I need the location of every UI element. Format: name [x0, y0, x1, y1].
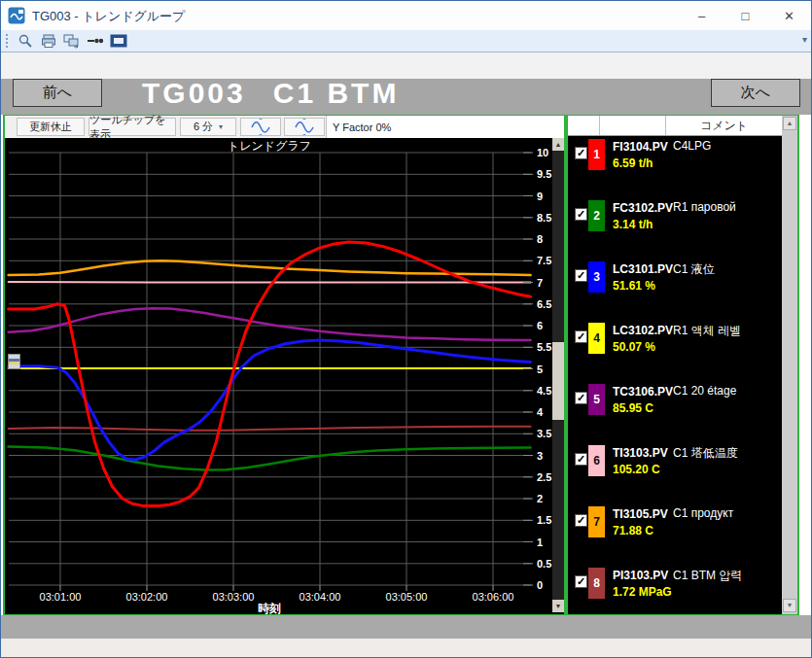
legend-row: ✓2FC3102.PVR1 паровой3.14 t/h	[568, 198, 782, 260]
y-tick-label: 3	[537, 450, 543, 462]
series-checkbox[interactable]: ✓	[575, 147, 587, 159]
series-checkbox[interactable]: ✓	[575, 208, 587, 221]
chart-scrollbar-thumb[interactable]	[552, 342, 564, 420]
y-tick-label: 7	[537, 277, 543, 289]
legend-header-tag-col	[600, 116, 666, 135]
maximize-button[interactable]: □	[724, 1, 767, 30]
close-button[interactable]: ✕	[767, 1, 811, 30]
series-tag: FI3104.PV	[613, 140, 668, 154]
y-tick-label: 4.5	[537, 385, 551, 397]
series-color-chip: 7	[588, 506, 605, 537]
legend-row: ✓5TC3106.PVC1 20 étage85.95 C	[568, 382, 782, 443]
series-checkbox[interactable]: ✓	[575, 514, 587, 527]
series-tag: TC3106.PV	[613, 385, 673, 398]
legend-rows: ✓1FI3104.PVC4LPG6.59 t/h✓2FC3102.PVR1 па…	[568, 136, 782, 614]
chart-panel: 更新休止 ツールチップを表示 6 分 ▾ Y Factor 0% 03:01:0…	[5, 116, 564, 614]
y-tick-label: 9.5	[537, 168, 551, 180]
chart-scrollbar[interactable]: ▲ ▼	[552, 138, 564, 612]
series-checkbox[interactable]: ✓	[575, 269, 587, 282]
y-tick-label: 2.5	[537, 471, 551, 483]
x-tick-label: 03:04:00	[300, 591, 341, 603]
y-factor-label: Y Factor 0%	[326, 116, 564, 138]
series-value: 105.20 C	[613, 463, 660, 476]
series-value: 3.14 t/h	[613, 218, 653, 231]
fullscreen-icon[interactable]	[108, 32, 129, 50]
title-bar: TG003 - トレンドグループ – □ ✕	[1, 1, 811, 30]
legend-row: ✓1FI3104.PVC4LPG6.59 t/h	[568, 137, 782, 198]
trend-line-LC3101.PV	[9, 340, 531, 460]
trend-line-TC3106.PV	[9, 308, 531, 340]
y-tick-label: 6	[537, 320, 543, 331]
series-color-chip: 4	[588, 323, 605, 354]
series-color-chip: 6	[588, 445, 605, 476]
zoom-icon[interactable]	[15, 32, 36, 50]
legend-header-checkbox-col	[568, 116, 600, 135]
series-color-chip: 5	[588, 384, 605, 415]
scroll-up-icon[interactable]: ▲	[552, 138, 564, 151]
series-comment: C1 BTM 압력	[673, 568, 742, 584]
series-checkbox[interactable]: ✓	[575, 330, 587, 343]
page-header	[1, 79, 811, 115]
chart-controlbar: 更新休止 ツールチップを表示 6 分 ▾ Y Factor 0%	[5, 116, 564, 138]
window: TG003 - トレンドグループ – □ ✕ ▾ 前へ 次へ TG003C1 B…	[0, 0, 812, 658]
y-expand-button[interactable]	[240, 118, 281, 136]
next-button[interactable]: 次へ	[711, 79, 800, 107]
key-icon[interactable]	[85, 32, 106, 50]
x-tick-label: 03:02:00	[126, 591, 168, 603]
series-value: 50.07 %	[613, 340, 655, 354]
scroll-down-icon[interactable]: ▼	[552, 600, 564, 612]
series-comment: C1 20 étage	[673, 384, 736, 398]
series-tag: TI3103.PV	[613, 446, 668, 460]
minimize-button[interactable]: –	[680, 1, 724, 30]
legend-header-comment-col: コメント	[666, 116, 782, 135]
show-tooltip-button[interactable]: ツールチップを表示	[88, 118, 176, 136]
series-tag: TI3105.PV	[613, 507, 668, 521]
series-color-chip: 3	[588, 261, 605, 293]
series-comment: C4LPG	[673, 139, 711, 153]
trend-chart: 03:01:0003:02:0003:03:0003:04:0003:05:00…	[5, 138, 564, 614]
toolbar-overflow-icon[interactable]: ▾	[802, 34, 807, 45]
pause-update-button[interactable]: 更新休止	[17, 118, 85, 136]
series-value: 1.72 MPaG	[613, 585, 672, 599]
page-title-group: TG003	[142, 77, 246, 109]
y-tick-label: 0.5	[537, 558, 551, 570]
legend-row: ✓6TI3103.PVC1 塔低温度105.20 C	[568, 443, 782, 504]
y-compress-button[interactable]	[284, 118, 325, 136]
series-checkbox[interactable]: ✓	[575, 575, 587, 588]
series-tag: PI3103.PV	[613, 569, 668, 582]
y-axis-unit-icon	[8, 354, 20, 369]
scroll-down-icon[interactable]: ▼	[783, 599, 796, 612]
export-icon[interactable]	[61, 32, 83, 50]
interval-select[interactable]: 6 分 ▾	[180, 118, 236, 136]
status-bar	[1, 639, 811, 658]
chart-title: トレンドグラフ	[228, 139, 311, 153]
x-tick-label: 03:03:00	[213, 591, 255, 603]
page-title-sub: C1 BTM	[273, 77, 400, 109]
legend-row: ✓7TI3105.PVC1 продукт71.88 C	[568, 504, 782, 566]
toolbar-grip	[5, 33, 9, 49]
print-icon[interactable]	[38, 32, 59, 50]
series-value: 71.88 C	[613, 524, 653, 537]
legend-row: ✓4LC3102.PVR1 액체 레벨50.07 %	[568, 321, 782, 382]
x-tick-label: 03:06:00	[473, 591, 514, 603]
header-spacer	[1, 52, 811, 79]
toolbar: ▾	[1, 30, 811, 52]
app-icon	[8, 7, 25, 24]
legend-row: ✓3LC3101.PVC1 液位51.61 %	[568, 260, 782, 321]
series-comment: R1 액체 레벨	[673, 323, 741, 339]
y-tick-label: 9	[537, 190, 543, 202]
y-tick-label: 5	[537, 364, 543, 375]
series-checkbox[interactable]: ✓	[575, 453, 587, 466]
x-axis-title: 時刻	[258, 602, 281, 614]
series-comment: C1 塔低温度	[673, 445, 738, 462]
prev-button[interactable]: 前へ	[13, 79, 102, 107]
y-tick-label: 6.5	[537, 298, 551, 310]
scroll-up-icon[interactable]: ▲	[783, 117, 796, 130]
trend-line-PI3103.PV	[9, 427, 531, 431]
series-value: 6.59 t/h	[613, 156, 653, 170]
series-checkbox[interactable]: ✓	[575, 392, 587, 404]
y-tick-label: 7.5	[537, 255, 551, 266]
series-tag: LC3101.PV	[613, 262, 673, 276]
x-tick-label: 03:05:00	[386, 591, 428, 603]
legend-scrollbar[interactable]: ▲ ▼	[782, 116, 797, 614]
